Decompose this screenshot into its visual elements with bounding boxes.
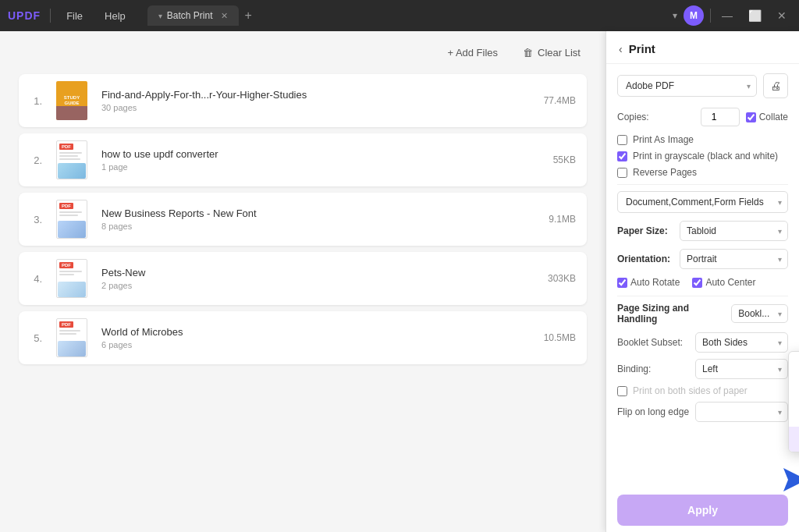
dropdown-item-m[interactable]: M...: [789, 402, 799, 427]
tab-batch-print[interactable]: ▾ Batch Print ✕: [147, 5, 239, 26]
print-as-image-label: Print As Image: [633, 134, 694, 145]
pdf-thumbnail: PDF: [56, 318, 87, 357]
maximize-button[interactable]: ⬜: [744, 9, 766, 22]
printer-row: Adobe PDF 🖨: [617, 73, 788, 98]
file-size: 10.5MB: [544, 332, 576, 343]
booklet-subset-label: Booklet Subset:: [617, 337, 695, 348]
file-index: 5.: [30, 332, 42, 344]
paper-size-row: Paper Size: Tabloid: [617, 221, 788, 241]
book-thumbnail: STUDYGUIDE: [56, 81, 87, 120]
printer-select[interactable]: Adobe PDF: [617, 75, 757, 97]
file-pages: 2 pages: [101, 281, 537, 290]
copies-input[interactable]: [701, 108, 740, 126]
auto-center-checkbox[interactable]: [692, 278, 702, 288]
file-pages: 30 pages: [101, 103, 533, 112]
tab-close-icon[interactable]: ✕: [221, 11, 228, 21]
add-files-button[interactable]: + Add Files: [441, 44, 504, 62]
flip-long-edge-select[interactable]: [695, 402, 788, 422]
file-list-toolbar: + Add Files 🗑 Clear List: [19, 44, 587, 62]
file-name: Pets-New: [101, 267, 537, 278]
booklet-subset-select[interactable]: Both Sides: [695, 332, 788, 353]
main-content: + Add Files 🗑 Clear List 1. STUDYGUIDE F…: [0, 31, 799, 532]
avatar[interactable]: M: [684, 5, 704, 26]
dropdown-item-bo[interactable]: Bo...: [789, 427, 799, 452]
file-size: 303KB: [548, 273, 576, 284]
file-size: 77.4MB: [544, 95, 576, 106]
minimize-button[interactable]: —: [717, 9, 737, 22]
doc-thumbnail: PDF: [56, 140, 87, 179]
orientation-select[interactable]: Portrait: [680, 249, 788, 269]
binding-label: Binding:: [617, 364, 695, 374]
list-item: 5. PDF World of Microbes 6 pages: [19, 311, 587, 364]
flip-long-edge-label: Flip on long edge: [617, 406, 695, 417]
print-panel-body: Adobe PDF 🖨 Copies: Collate Print: [606, 64, 799, 488]
auto-rotate-text: Auto Rotate: [630, 277, 680, 288]
collate-checkbox[interactable]: [746, 112, 756, 122]
file-thumbnail: PDF: [53, 317, 91, 358]
clear-list-label: Clear List: [538, 47, 581, 59]
auto-rotate-checkbox[interactable]: [617, 278, 627, 288]
menu-help[interactable]: Help: [98, 7, 132, 25]
document-mode-wrapper: Document,Comment,Form Fields: [617, 191, 788, 213]
paper-size-select[interactable]: Tabloid: [680, 221, 788, 241]
booklet-subset-wrapper: Both Sides: [695, 332, 788, 353]
titlebar-controls: ▾ M — ⬜ ✕: [673, 5, 791, 26]
file-thumbnail: PDF: [53, 199, 91, 239]
tab-area: ▾ Batch Print ✕ +: [147, 5, 663, 26]
page-sizing-title: Page Sizing and Handling: [617, 303, 731, 325]
list-item: 1. STUDYGUIDE Find-and-Apply-For-th...r-…: [19, 74, 587, 127]
tab-arrow-icon: ▾: [158, 12, 162, 20]
dropdown-item-size[interactable]: Size: [789, 352, 799, 377]
printer-icon: 🖨: [770, 80, 781, 92]
copies-label: Copies:: [617, 112, 694, 122]
tab-title: Batch Print: [167, 10, 213, 21]
printer-settings-button[interactable]: 🖨: [763, 73, 788, 98]
file-index: 2.: [30, 154, 42, 166]
close-button[interactable]: ✕: [772, 9, 791, 22]
file-name: World of Microbes: [101, 326, 533, 338]
list-item: 4. PDF Pets-New 2 pages 303KB: [19, 252, 587, 305]
clear-list-button[interactable]: 🗑 Clear List: [517, 44, 587, 62]
pdf-thumbnail: PDF: [56, 259, 87, 298]
titlebar-dropdown-icon[interactable]: ▾: [673, 10, 677, 21]
printer-select-wrapper: Adobe PDF: [617, 75, 757, 97]
binding-select[interactable]: Left: [695, 359, 788, 379]
print-grayscale-checkbox[interactable]: [617, 151, 627, 161]
titlebar-divider: [50, 9, 51, 23]
pdf-thumbnail: PDF: [56, 200, 87, 239]
auto-options-row: Auto Rotate Auto Center: [617, 277, 788, 288]
menu-file[interactable]: File: [60, 7, 89, 25]
collate-label: Collate: [746, 112, 788, 122]
document-mode-row: Document,Comment,Form Fields: [617, 191, 788, 213]
reverse-pages-checkbox[interactable]: [617, 168, 627, 178]
print-panel: ‹ Print Adobe PDF 🖨 Copies:: [605, 31, 799, 532]
dropdown-item-po[interactable]: Po...: [789, 377, 799, 402]
print-as-image-checkbox[interactable]: [617, 135, 627, 145]
list-item: 3. PDF New Business Reports - New Font 8…: [19, 193, 587, 246]
print-both-sides-checkbox[interactable]: [617, 386, 627, 396]
paper-size-label: Paper Size:: [617, 225, 680, 236]
divider-2: [617, 296, 788, 296]
orientation-wrapper: Portrait: [680, 249, 788, 269]
orientation-row: Orientation: Portrait: [617, 249, 788, 269]
print-grayscale-row: Print in grayscale (black and white): [617, 151, 788, 161]
apply-button[interactable]: Apply: [617, 495, 788, 526]
flip-long-edge-wrapper: [695, 402, 788, 422]
page-sizing-select-wrapper: Bookl...: [731, 304, 788, 323]
file-pages: 1 page: [101, 162, 542, 172]
file-list-area: + Add Files 🗑 Clear List 1. STUDYGUIDE F…: [0, 31, 605, 532]
file-info: New Business Reports - New Font 8 pages: [101, 207, 538, 231]
tab-add-button[interactable]: +: [242, 5, 255, 26]
print-both-sides-row: Print on both sides of paper: [617, 385, 788, 396]
file-list: 1. STUDYGUIDE Find-and-Apply-For-th...r-…: [19, 74, 587, 364]
document-mode-select[interactable]: Document,Comment,Form Fields: [617, 191, 788, 213]
divider: [617, 184, 788, 185]
app-logo: UPDF: [8, 9, 41, 22]
paper-size-wrapper: Tabloid: [680, 221, 788, 241]
page-sizing-select[interactable]: Bookl...: [731, 304, 788, 323]
back-button[interactable]: ‹: [619, 43, 623, 55]
file-info: how to use updf converter 1 page: [101, 148, 542, 172]
file-thumbnail: PDF: [53, 258, 91, 299]
reverse-pages-row: Reverse Pages: [617, 167, 788, 178]
controls-divider: [710, 9, 711, 23]
